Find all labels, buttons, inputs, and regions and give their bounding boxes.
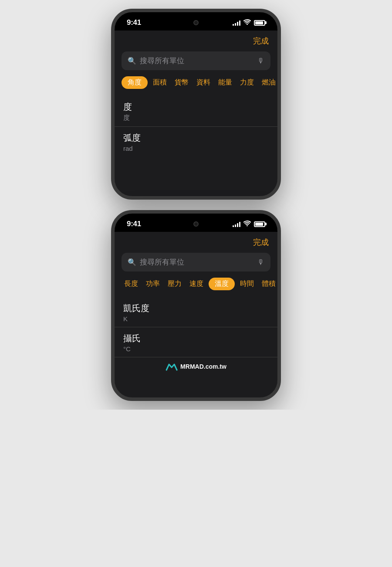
signal-icon xyxy=(233,20,240,26)
search-icon-2: 🔍 xyxy=(128,258,136,266)
done-row-2: 完成 xyxy=(115,232,277,251)
watermark: MRMAD.com.tw xyxy=(166,362,226,371)
category-tabs-1: 角度 面積 貨幣 資料 能量 力度 燃油 長度 xyxy=(115,76,277,96)
unit-sub-kelvin: K xyxy=(123,315,269,323)
unit-name-celsius: 攝氏 xyxy=(123,333,269,344)
search-bar-2[interactable]: 🔍 搜尋所有單位 🎙 xyxy=(122,253,270,272)
status-time-1: 9:41 xyxy=(127,18,141,27)
search-placeholder-2: 搜尋所有單位 xyxy=(140,257,254,267)
unit-name-radian: 弧度 xyxy=(123,132,269,144)
search-bar-1[interactable]: 🔍 搜尋所有單位 🎙 xyxy=(122,51,270,70)
wifi-icon-2 xyxy=(243,221,251,227)
search-placeholder-1: 搜尋所有單位 xyxy=(140,56,254,66)
cat-tab-length2[interactable]: 長度 xyxy=(122,278,141,290)
phone-1-content: 完成 🔍 搜尋所有單位 🎙 角度 面積 貨幣 資料 能量 力度 燃油 長度 度 … xyxy=(115,31,277,196)
status-icons-2 xyxy=(233,221,265,227)
cat-tab-speed[interactable]: 速度 xyxy=(187,278,206,290)
camera-dot-2 xyxy=(193,221,199,227)
cat-tab-temperature[interactable]: 溫度 xyxy=(209,278,235,290)
signal-icon-2 xyxy=(233,221,240,227)
search-icon-1: 🔍 xyxy=(128,57,136,65)
phone-1: 9:41 完成 🔍 搜尋所有單位 🎙 xyxy=(111,9,281,200)
cat-tab-time[interactable]: 時間 xyxy=(237,278,257,290)
cat-tab-power[interactable]: 功率 xyxy=(143,278,162,290)
phone-2-content: 完成 🔍 搜尋所有單位 🎙 長度 功率 壓力 速度 溫度 時間 體積 重量 凱氏… xyxy=(115,232,277,397)
cat-tab-currency[interactable]: 貨幣 xyxy=(172,76,191,89)
cat-tab-data[interactable]: 資料 xyxy=(194,76,213,89)
done-button-1[interactable]: 完成 xyxy=(253,36,269,46)
cat-tab-force[interactable]: 力度 xyxy=(237,76,257,89)
cat-tab-fuel[interactable]: 燃油 xyxy=(259,76,277,89)
battery-icon xyxy=(254,20,265,26)
unit-item-kelvin[interactable]: 凱氏度 K xyxy=(115,297,277,327)
wifi-icon xyxy=(243,19,251,26)
unit-name-degree: 度 xyxy=(123,101,269,113)
unit-item-celsius[interactable]: 攝氏 °C xyxy=(115,327,277,357)
mic-icon-1[interactable]: 🎙 xyxy=(257,57,264,65)
unit-item-degree[interactable]: 度 度 xyxy=(115,96,277,127)
watermark-text: MRMAD.com.tw xyxy=(180,363,226,370)
category-tabs-2: 長度 功率 壓力 速度 溫度 時間 體積 重量 xyxy=(115,278,277,297)
watermark-logo-icon xyxy=(166,362,178,371)
done-row-1: 完成 xyxy=(115,31,277,50)
phone-2: 9:41 完成 🔍 搜尋所有單位 🎙 xyxy=(111,210,281,401)
cat-tab-volume[interactable]: 體積 xyxy=(259,278,277,290)
camera-dot xyxy=(193,20,199,25)
status-icons-1 xyxy=(233,19,265,26)
cat-tab-area[interactable]: 面積 xyxy=(150,76,169,89)
unit-sub-radian: rad xyxy=(123,145,269,152)
unit-sub-celsius: °C xyxy=(123,345,269,353)
status-time-2: 9:41 xyxy=(127,220,141,228)
done-button-2[interactable]: 完成 xyxy=(253,237,269,248)
unit-sub-degree: 度 xyxy=(123,114,269,122)
mic-icon-2[interactable]: 🎙 xyxy=(257,258,264,266)
cat-tab-pressure[interactable]: 壓力 xyxy=(165,278,184,290)
battery-icon-2 xyxy=(254,221,265,227)
cat-tab-energy[interactable]: 能量 xyxy=(216,76,235,89)
cat-tab-angle[interactable]: 角度 xyxy=(122,76,148,89)
unit-name-kelvin: 凱氏度 xyxy=(123,302,269,314)
unit-item-radian[interactable]: 弧度 rad xyxy=(115,127,277,156)
